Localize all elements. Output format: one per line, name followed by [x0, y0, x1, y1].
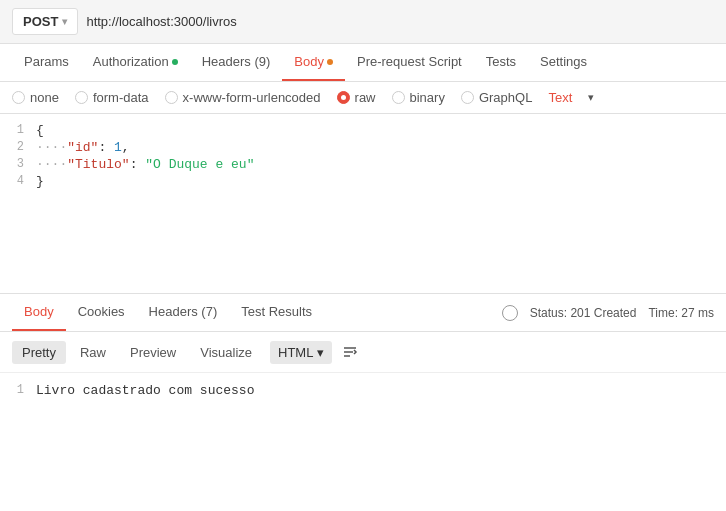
option-graphql[interactable]: GraphQL: [461, 90, 532, 105]
format-chevron-icon[interactable]: ▾: [588, 91, 594, 104]
wrap-icon[interactable]: [336, 340, 364, 364]
code-editor[interactable]: 1 { 2 ····"id": 1, 3 ····"Titulo": "O Du…: [0, 114, 726, 294]
option-none[interactable]: none: [12, 90, 59, 105]
globe-icon: [502, 305, 518, 321]
response-meta: Status: 201 Created Time: 27 ms: [502, 305, 714, 321]
method-chevron-icon: ▾: [62, 16, 67, 27]
response-status: Status: 201 Created: [530, 306, 637, 320]
tab-tests[interactable]: Tests: [474, 44, 528, 81]
response-tabs-row: Body Cookies Headers (7) Test Results St…: [0, 294, 726, 332]
format-row: Pretty Raw Preview Visualize HTML ▾: [0, 332, 726, 373]
response-tab-test-results[interactable]: Test Results: [229, 294, 324, 331]
radio-none: [12, 91, 25, 104]
radio-urlencoded: [165, 91, 178, 104]
response-output: 1 Livro cadastrado com sucesso: [0, 373, 726, 408]
code-line-3: 3 ····"Titulo": "O Duque e eu": [0, 156, 726, 173]
code-line-1: 1 {: [0, 122, 726, 139]
method-select[interactable]: POST ▾: [12, 8, 78, 35]
code-line-2: 2 ····"id": 1,: [0, 139, 726, 156]
radio-raw: [337, 91, 350, 104]
option-raw[interactable]: raw: [337, 90, 376, 105]
tab-headers[interactable]: Headers (9): [190, 44, 283, 81]
body-format-text[interactable]: Text: [548, 90, 572, 105]
body-dot: [327, 59, 333, 65]
url-input[interactable]: [86, 14, 714, 29]
response-text: Livro cadastrado com sucesso: [36, 383, 254, 398]
format-pretty[interactable]: Pretty: [12, 341, 66, 364]
format-raw[interactable]: Raw: [70, 341, 116, 364]
radio-binary: [392, 91, 405, 104]
code-line-4: 4 }: [0, 173, 726, 190]
request-tabs: Params Authorization Headers (9) Body Pr…: [0, 44, 726, 82]
tab-params[interactable]: Params: [12, 44, 81, 81]
body-options-row: none form-data x-www-form-urlencoded raw…: [0, 82, 726, 114]
radio-graphql: [461, 91, 474, 104]
method-label: POST: [23, 14, 58, 29]
format-visualize[interactable]: Visualize: [190, 341, 262, 364]
html-select[interactable]: HTML ▾: [270, 341, 332, 364]
tab-prerequest[interactable]: Pre-request Script: [345, 44, 474, 81]
response-tab-cookies[interactable]: Cookies: [66, 294, 137, 331]
response-tab-body[interactable]: Body: [12, 294, 66, 331]
html-chevron-icon: ▾: [317, 345, 324, 360]
response-section: Body Cookies Headers (7) Test Results St…: [0, 294, 726, 408]
option-form-data[interactable]: form-data: [75, 90, 149, 105]
radio-form-data: [75, 91, 88, 104]
tab-settings[interactable]: Settings: [528, 44, 599, 81]
authorization-dot: [172, 59, 178, 65]
option-binary[interactable]: binary: [392, 90, 445, 105]
response-time: Time: 27 ms: [648, 306, 714, 320]
url-bar: POST ▾: [0, 0, 726, 44]
option-urlencoded[interactable]: x-www-form-urlencoded: [165, 90, 321, 105]
format-preview[interactable]: Preview: [120, 341, 186, 364]
response-tab-headers[interactable]: Headers (7): [137, 294, 230, 331]
tab-authorization[interactable]: Authorization: [81, 44, 190, 81]
response-line-1: 1 Livro cadastrado com sucesso: [12, 383, 714, 398]
tab-body[interactable]: Body: [282, 44, 345, 81]
response-tabs-left: Body Cookies Headers (7) Test Results: [12, 294, 324, 331]
